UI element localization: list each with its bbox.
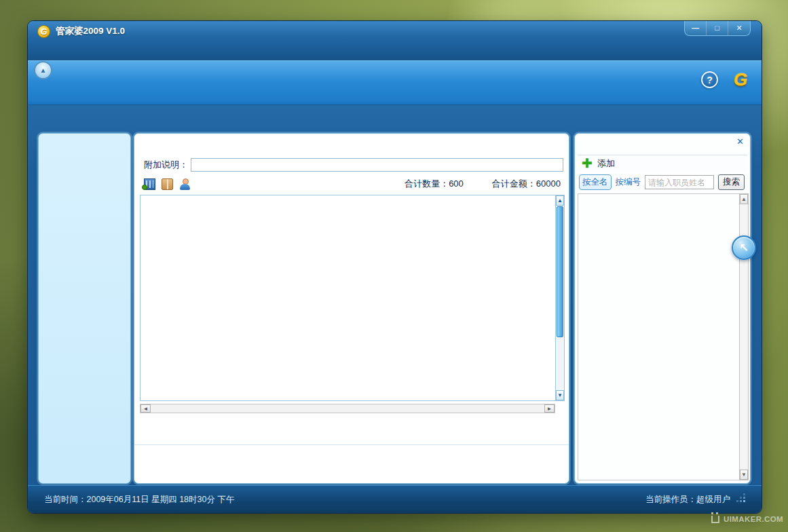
mini-toolbar: 合计数量：600 合计金额：60000: [144, 176, 562, 192]
title-bar: G 管家婆2009 V1.0 — □ ✕: [28, 21, 762, 41]
add-row[interactable]: ✚ 添加: [578, 155, 747, 172]
note-input[interactable]: [191, 158, 563, 172]
note-label: 附加说明：: [144, 159, 188, 171]
toolbar: ▲ ? G: [28, 60, 762, 105]
close-button[interactable]: ✕: [728, 21, 750, 35]
window-controls: — □ ✕: [684, 21, 751, 36]
scroll-down-icon[interactable]: ▼: [740, 470, 748, 480]
items-vertical-scrollbar[interactable]: ▲ ▼: [555, 195, 565, 401]
maximize-button[interactable]: □: [707, 21, 728, 35]
collapse-toolbar-button[interactable]: ▲: [34, 61, 52, 79]
quick-links: [134, 444, 569, 483]
filter-by-code[interactable]: 按编号: [616, 176, 641, 188]
window-title: 管家婆2009 V1.0: [56, 25, 125, 37]
total-amount: 合计金额：60000: [492, 178, 561, 190]
employee-search-input[interactable]: [645, 175, 714, 189]
totals: 合计数量：600 合计金额：60000: [405, 178, 562, 190]
status-bar: 当前时间：2009年06月11日 星期四 18时30分 下午 当前操作员：超级用…: [28, 485, 762, 513]
goods-icon[interactable]: [162, 178, 173, 190]
scroll-thumb[interactable]: [557, 206, 563, 337]
scroll-right-icon[interactable]: ►: [544, 404, 555, 413]
brand-icon: G: [730, 71, 751, 88]
note-row: 附加说明：: [144, 158, 563, 172]
current-time: 当前时间：2009年06月11日 星期四 18时30分 下午: [44, 494, 234, 506]
items-table: ▲ ▼: [140, 195, 565, 401]
minimize-button[interactable]: —: [685, 21, 707, 35]
filter-row: 按全名 按编号 搜索: [578, 173, 747, 191]
employee-table: ▲ ▼: [578, 193, 749, 480]
employee-grid: [578, 193, 739, 480]
menu-bar: [28, 41, 762, 60]
scroll-up-icon[interactable]: ▲: [740, 194, 748, 204]
warehouse-icon[interactable]: [144, 178, 155, 190]
content-area: 附加说明： 合计数量：600 合计金额：60000 ▲ ▼: [28, 130, 762, 488]
sidebar: [38, 133, 131, 484]
main-panel: 附加说明： 合计数量：600 合计金额：60000 ▲ ▼: [134, 133, 569, 484]
resize-grip[interactable]: [737, 495, 745, 504]
watermark-icon: [711, 516, 719, 523]
items-grid: [140, 195, 555, 401]
toolbar-right: ? G: [701, 71, 751, 88]
search-button[interactable]: 搜索: [718, 174, 745, 190]
items-horizontal-scrollbar[interactable]: ◄ ►: [140, 404, 555, 413]
add-icon: ✚: [582, 157, 593, 170]
cursor-pointer-icon: ↖: [732, 235, 756, 260]
scroll-left-icon[interactable]: ◄: [140, 404, 151, 413]
current-operator: 当前操作员：超级用户: [645, 494, 730, 506]
help-icon[interactable]: ?: [701, 71, 718, 88]
lookup-panel: ✕ ✚ 添加 按全名 按编号 搜索 ▲ ▼ ↖: [574, 133, 751, 484]
panel-close-icon[interactable]: ✕: [736, 136, 744, 147]
total-quantity: 合计数量：600: [405, 178, 464, 190]
watermark: UIMAKER.COM: [711, 515, 783, 523]
scroll-down-icon[interactable]: ▼: [556, 390, 564, 400]
app-window: G 管家婆2009 V1.0 — □ ✕ ▲ ? G 附加说明：: [27, 20, 762, 514]
filter-by-name[interactable]: 按全名: [579, 174, 612, 190]
employee-icon[interactable]: [179, 178, 191, 190]
watermark-text: UIMAKER.COM: [724, 515, 783, 523]
scroll-up-icon[interactable]: ▲: [556, 195, 564, 206]
add-label: 添加: [597, 157, 615, 170]
app-logo-icon: G: [37, 25, 50, 38]
